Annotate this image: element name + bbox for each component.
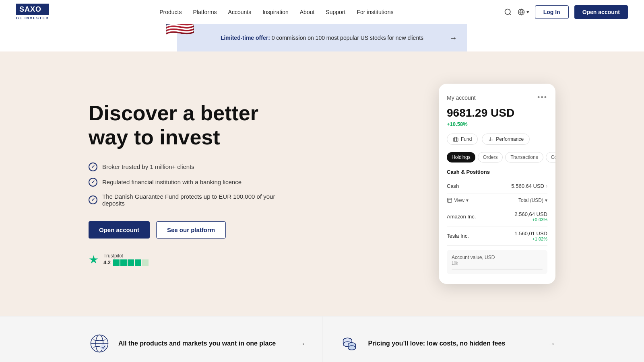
card-pricing-arrow: →: [547, 339, 555, 348]
nav-accounts[interactable]: Accounts: [228, 9, 252, 15]
nav-right: ▾ Log In Open account: [504, 5, 628, 19]
nav-platforms[interactable]: Platforms: [193, 9, 217, 15]
phone-balance: 9681.29 USD: [447, 107, 547, 119]
login-button[interactable]: Log In: [535, 5, 569, 19]
svg-point-16: [348, 346, 355, 350]
phone-cash-row: Cash 5.560,64 USD ›: [447, 179, 547, 193]
card-pricing-content: Pricing you'll love: low costs, no hidde…: [368, 339, 540, 348]
logo-sub: BE INVESTED: [16, 16, 49, 20]
tab-transactions[interactable]: Transactions: [505, 152, 543, 162]
phone-change: +10.58%: [447, 121, 547, 127]
search-button[interactable]: [504, 8, 512, 16]
svg-point-12: [100, 344, 106, 350]
open-account-nav-button[interactable]: Open account: [574, 5, 628, 19]
card-products-title: All the products and markets you want in…: [118, 339, 290, 348]
phone-stock-tesla: Tesla Inc. 1.560,01 USD +1,02%: [447, 226, 547, 246]
banner-content: Limited-time offer: 0 commission on 100 …: [221, 35, 423, 41]
star-1: [113, 259, 120, 266]
check-item-1: Broker trusted by 1 million+ clients: [89, 162, 282, 171]
card-pricing-title: Pricing you'll love: low costs, no hidde…: [368, 339, 540, 348]
phone-stock-amazon: Amazon Inc. 2.560,64 USD +0,03%: [447, 207, 547, 226]
phone-actions: Fund Performance: [447, 134, 547, 145]
star-3: [128, 259, 134, 266]
svg-point-0: [505, 9, 510, 14]
phone-tesla-label: Tesla Inc.: [447, 233, 469, 239]
check-label-2: Regulated financial institution with a b…: [102, 179, 242, 185]
see-platform-button[interactable]: See our platform: [156, 221, 226, 239]
trustpilot-score: 4.2: [103, 259, 111, 265]
check-icon-2: [89, 178, 97, 187]
tab-orders[interactable]: Orders: [478, 152, 503, 162]
phone-performance-button[interactable]: Performance: [482, 134, 530, 145]
trustpilot: ★ Trustpilot 4.2: [89, 253, 282, 266]
navbar: SAXO BE INVESTED Products Platforms Acco…: [0, 0, 644, 24]
open-account-hero-button[interactable]: Open account: [89, 221, 150, 239]
phone-total-label[interactable]: Total (USD) ▾: [518, 197, 547, 203]
check-item-3: The Danish Guarantee Fund protects up to…: [89, 193, 282, 207]
tab-holdings[interactable]: Holdings: [447, 152, 475, 162]
svg-rect-4: [453, 138, 458, 141]
tab-corporate[interactable]: Corporate: [546, 152, 555, 162]
banner-text: 0 commission on 100 most popular US stoc…: [270, 35, 423, 41]
check-label-1: Broker trusted by 1 million+ clients: [102, 163, 194, 170]
card-products-content: All the products and markets you want in…: [118, 339, 290, 348]
globe-icon: [89, 333, 110, 354]
phone-view-row: View ▾ Total (USD) ▾: [447, 193, 547, 207]
chevron-down-icon: ▾: [526, 9, 529, 15]
promotion-banner: 🇺🇸 Limited-time offer: 0 commission on 1…: [177, 24, 467, 51]
phone-account-value-label: Account value, USD: [452, 255, 543, 260]
phone-header: My account •••: [447, 93, 547, 102]
trustpilot-star-icon: ★: [89, 253, 99, 266]
phone-account-value: Account value, USD 10k: [447, 250, 547, 274]
nav-about[interactable]: About: [300, 9, 315, 15]
check-icon-1: [89, 162, 97, 171]
feature-card-pricing[interactable]: Pricing you'll love: low costs, no hidde…: [322, 317, 556, 362]
phone-chart-note: 10k: [452, 261, 543, 265]
star-5: [142, 259, 149, 266]
phone-tabs: Holdings Orders Transactions Corporate: [447, 152, 547, 162]
coins-icon: [339, 333, 360, 354]
svg-line-1: [510, 13, 511, 15]
star-2: [120, 259, 127, 266]
svg-rect-8: [448, 198, 452, 203]
trustpilot-label: Trustpilot: [103, 253, 149, 259]
phone-cash-value: 5.560,64 USD ›: [511, 183, 547, 189]
phone-cash-arrow: ›: [546, 183, 547, 189]
card-products-arrow: →: [298, 339, 306, 348]
check-item-2: Regulated financial institution with a b…: [89, 178, 282, 187]
hero-buttons: Open account See our platform: [89, 221, 282, 239]
phone-cash-label: Cash: [447, 183, 459, 189]
phone-amazon-label: Amazon Inc.: [447, 214, 476, 220]
language-selector[interactable]: ▾: [518, 8, 529, 16]
check-icon-3: [89, 195, 97, 204]
phone-mockup: My account ••• 9681.29 USD +10.58% Fund …: [439, 84, 555, 284]
phone-chart-line: [452, 269, 543, 269]
phone-fund-button[interactable]: Fund: [447, 134, 478, 145]
banner-prefix: Limited-time offer:: [221, 35, 270, 41]
nav-support[interactable]: Support: [326, 9, 345, 15]
feature-cards-section: All the products and markets you want in…: [0, 316, 644, 362]
phone-amazon-value: 2.560,64 USD +0,03%: [514, 211, 547, 222]
logo-text: SAXO: [16, 4, 49, 15]
phone-tesla-value: 1.560,01 USD +1,02%: [514, 230, 547, 241]
phone-section-label: Cash & Positions: [447, 169, 547, 175]
nav-inspiration[interactable]: Inspiration: [262, 9, 289, 15]
check-label-3: The Danish Guarantee Fund protects up to…: [102, 193, 282, 207]
feature-card-products[interactable]: All the products and markets you want in…: [89, 317, 322, 362]
phone-menu-dots[interactable]: •••: [537, 93, 547, 102]
hero-title: Discover a betterway to invest: [89, 101, 282, 150]
hero-checks: Broker trusted by 1 million+ clients Reg…: [89, 162, 282, 207]
star-4: [135, 259, 141, 266]
phone-view-label[interactable]: View ▾: [447, 197, 469, 203]
hero-section: Discover a betterway to invest Broker tr…: [0, 51, 644, 316]
logo[interactable]: SAXO BE INVESTED: [16, 4, 49, 20]
hero-left: Discover a betterway to invest Broker tr…: [89, 101, 282, 266]
nav-links: Products Platforms Accounts Inspiration …: [159, 9, 393, 15]
trustpilot-stars: [113, 259, 149, 266]
nav-products[interactable]: Products: [159, 9, 182, 15]
banner-arrow[interactable]: →: [449, 33, 457, 43]
nav-institutions[interactable]: For institutions: [357, 9, 393, 15]
phone-account-label: My account: [447, 95, 476, 101]
